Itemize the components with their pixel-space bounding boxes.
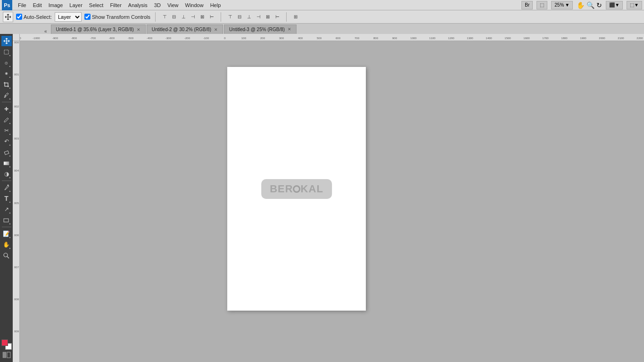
ruler-top-tick: -100 — [203, 37, 209, 40]
hand-tool[interactable]: ✋ ▲ — [1, 239, 12, 250]
workspace-switcher[interactable]: ⬚ — [537, 1, 547, 9]
auto-select-checkbox[interactable] — [16, 14, 22, 20]
quick-mask-mode-btn[interactable] — [1, 351, 12, 359]
ruler-top-tick: 900 — [392, 37, 397, 40]
ruler-row: -1500-1400-1300-1200-1100-1000-900-800-7… — [13, 34, 644, 41]
align-bottom-icon[interactable]: ⊥ — [179, 13, 188, 21]
svg-rect-1 — [4, 150, 9, 154]
layer-group-dropdown[interactable]: Layer Group — [55, 12, 82, 22]
gradient-tool[interactable]: ▲ — [1, 158, 12, 168]
svg-rect-2 — [4, 162, 9, 165]
dodge-tool[interactable]: ◑ ▲ — [1, 169, 12, 179]
ruler-left-tick: 005 — [13, 202, 19, 205]
dodge-icon: ◑ — [4, 171, 9, 177]
options-sep-3 — [286, 12, 287, 22]
path-selection-tool[interactable]: ↗ ▲ — [1, 204, 12, 214]
spot-healing-tool[interactable]: ✚ ▲ — [1, 104, 12, 114]
pen-tool[interactable]: ▲ — [1, 182, 12, 193]
dist-left-icon[interactable]: ⊣ — [254, 13, 263, 21]
bridge-button[interactable]: Br — [521, 1, 533, 9]
tab-untitled2-close[interactable]: ✕ — [214, 27, 218, 32]
auto-select-label[interactable]: Auto-Select: — [16, 14, 52, 20]
tab-untitled2[interactable]: Untitled-2 @ 30.2% (RGB/8) ✕ — [147, 25, 223, 34]
tab-untitled1[interactable]: Untitled-1 @ 35.6% (Layer 3, RGB/8) ✕ — [51, 25, 146, 34]
crop-tool[interactable]: ▲ — [1, 79, 12, 90]
ps-logo: Ps — [2, 0, 12, 10]
zoom-tool-btn[interactable]: 🔍 — [586, 1, 594, 9]
ruler-left-tick: 000 — [13, 41, 19, 44]
move-tool-options-icon[interactable] — [3, 12, 13, 22]
dist-hcenter-icon[interactable]: ⊠ — [264, 13, 272, 21]
menu-edit[interactable]: Edit — [30, 1, 45, 9]
align-left-icon[interactable]: ⊣ — [189, 13, 197, 21]
lasso-tool[interactable]: ⌾ ▲ — [1, 58, 12, 68]
auto-align-icon[interactable]: ⊞ — [291, 13, 300, 21]
dist-top-icon[interactable]: ⊤ — [226, 13, 234, 21]
zoom-level-display[interactable]: 25% ▼ — [551, 1, 573, 9]
extras-btn[interactable]: ⬚▼ — [627, 1, 642, 9]
foreground-background-swatches[interactable] — [1, 339, 12, 350]
ruler-left-tick: 008 — [13, 298, 19, 301]
menu-layer[interactable]: Layer — [66, 1, 85, 9]
rotate-tool-btn[interactable]: ↻ — [596, 1, 602, 9]
tool-buttons-right: ✋ 🔍 ↻ — [577, 1, 602, 9]
brush-tool[interactable]: ▲ — [1, 115, 12, 125]
menu-help[interactable]: Help — [207, 1, 224, 9]
horizontal-type-tool[interactable]: T ▲ — [1, 193, 12, 204]
eraser-tool[interactable]: ▲ — [1, 147, 12, 157]
foreground-color-swatch[interactable] — [1, 339, 8, 346]
canvas-section: -1500-1400-1300-1200-1100-1000-900-800-7… — [13, 34, 644, 362]
svg-rect-4 — [4, 219, 8, 222]
ruler-top-tick: 1300 — [467, 37, 473, 40]
ruler-left-tick: 002 — [13, 105, 19, 108]
ruler-top-tick: 2000 — [599, 37, 605, 40]
rectangular-marquee-tool[interactable]: ▲ — [1, 47, 12, 57]
ruler-left-tick: 003 — [13, 137, 19, 140]
menu-analysis[interactable]: Analysis — [125, 1, 150, 9]
tab-untitled1-close[interactable]: ✕ — [137, 27, 140, 32]
canvas-viewport[interactable]: BERKAL — [20, 41, 644, 362]
zoom-tool[interactable] — [1, 250, 12, 261]
menu-filter[interactable]: Filter — [107, 1, 124, 9]
menu-file[interactable]: File — [15, 1, 29, 9]
tabs-collapse-btn[interactable]: « — [42, 29, 49, 34]
tab-untitled3-close[interactable]: ✕ — [288, 27, 291, 32]
show-transform-label[interactable]: Show Transform Controls — [84, 14, 150, 20]
ruler-top-tick: -600 — [109, 37, 115, 40]
ruler-top-tick: 2200 — [636, 37, 643, 40]
notes-tool[interactable]: 📝 ▲ — [1, 229, 12, 239]
align-vcenter-icon[interactable]: ⊟ — [170, 13, 178, 21]
menu-window[interactable]: Window — [182, 1, 206, 9]
hand-tool-btn[interactable]: ✋ — [577, 1, 585, 9]
ruler-top-tick: -400 — [147, 37, 152, 40]
healing-icon: ✚ — [4, 106, 8, 112]
clone-stamp-tool[interactable]: ✂ ▲ — [1, 125, 12, 136]
menu-image[interactable]: Image — [46, 1, 66, 9]
tab-untitled3[interactable]: Untitled-3 @ 25% (RGB/8) ✕ — [224, 25, 297, 34]
ruler-corner — [13, 34, 20, 41]
menu-select[interactable]: Select — [86, 1, 107, 9]
rectangle-tool[interactable]: ▲ — [1, 215, 12, 225]
dist-right-icon[interactable]: ⊢ — [273, 13, 281, 21]
dist-bottom-icon[interactable]: ⊥ — [245, 13, 253, 21]
menu-view[interactable]: View — [165, 1, 182, 9]
align-hcenter-icon[interactable]: ⊠ — [198, 13, 206, 21]
ruler-left: 000001002003004005006007008009010 — [13, 41, 20, 362]
eyedropper-tool[interactable]: ▲ — [1, 90, 12, 100]
align-icons: ⊤ ⊟ ⊥ ⊣ ⊠ ⊢ — [160, 13, 216, 21]
menu-3d[interactable]: 3D — [151, 1, 164, 9]
workspace: ▲ ⌾ ▲ ⁕ ▲ ▲ ▲ ✚ ▲ — [0, 34, 644, 362]
options-sep-2 — [221, 12, 221, 22]
move-tool[interactable] — [1, 36, 12, 46]
align-right-icon[interactable]: ⊢ — [207, 13, 216, 21]
screen-mode-btn[interactable]: ⬛▼ — [606, 1, 623, 9]
show-transform-checkbox[interactable] — [84, 14, 91, 20]
quick-selection-tool[interactable]: ⁕ ▲ — [1, 68, 12, 79]
type-icon: T — [4, 195, 8, 202]
ruler-top-tick: 1700 — [542, 37, 548, 40]
align-top-icon[interactable]: ⊤ — [160, 13, 169, 21]
dist-vcenter-icon[interactable]: ⊟ — [235, 13, 244, 21]
history-brush-tool[interactable]: ↶ ▲ — [1, 136, 12, 147]
path-sel-icon: ↗ — [4, 206, 9, 213]
zoom-dropdown-icon: ▼ — [565, 2, 570, 8]
